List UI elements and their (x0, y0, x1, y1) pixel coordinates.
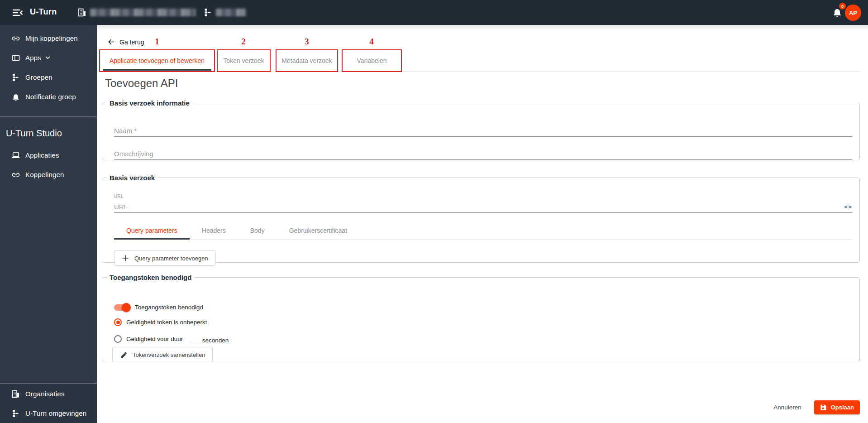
omschrijving-input[interactable] (114, 148, 852, 160)
save-button[interactable]: Opslaan (814, 400, 860, 414)
tab-metadata-verzoek[interactable]: Metadata verzoek (276, 49, 338, 72)
radio-geldigheid-voor-duur[interactable] (114, 335, 122, 343)
plus-icon (122, 255, 129, 262)
sidebar-bottom-section: Organisaties U-Turn omgevingen (0, 384, 97, 423)
tab-token-verzoek[interactable]: Token verzoek (217, 49, 271, 72)
cancel-button[interactable]: Annuleren (769, 400, 806, 414)
hierarchy-icon (203, 8, 213, 17)
annotation-number-4: 4 (369, 37, 374, 47)
request-subtabs: Query parameters Headers Body Gebruikers… (114, 222, 852, 240)
url-field-row: <> (114, 201, 852, 213)
section-basis-verzoek-informatie: Basis verzoek informatie (102, 99, 860, 160)
sidebar-item-organisaties[interactable]: Organisaties (0, 384, 97, 404)
section-toegangstoken-benodigd: Toegangstoken benodigd Toegangstoken ben… (102, 274, 860, 362)
tab-applicatie-toevoegen-of-bewerken[interactable]: Applicatie toevoegen of bewerken (99, 49, 215, 72)
add-query-parameter-button[interactable]: Query parameter toevoegen (114, 250, 216, 266)
url-input[interactable] (114, 203, 844, 211)
save-floppy-icon (820, 404, 827, 411)
token-toggle-row: Toegangstoken benodigd (114, 304, 203, 311)
sidebar-item-groepen[interactable]: Groepen (0, 67, 97, 87)
sidebar-collapse-icon[interactable] (12, 7, 24, 19)
apps-icon (11, 53, 20, 62)
sidebar-item-mijn-koppelingen[interactable]: Mijn koppelingen (0, 29, 97, 48)
app-title: U-Turn (30, 7, 57, 17)
toggle-label: Toegangstoken benodigd (135, 304, 203, 311)
link-icon (11, 34, 20, 43)
token-radio-unlimited-row: Geldigheid token is onbeperkt (114, 318, 207, 326)
toegangstoken-toggle[interactable] (114, 304, 129, 311)
code-icon[interactable]: <> (844, 203, 852, 210)
building-icon (77, 8, 87, 17)
topbar-shadow (97, 25, 868, 30)
link-icon (11, 170, 20, 179)
form-actions: Annuleren Opslaan (769, 400, 860, 414)
subtab-query-parameters[interactable]: Query parameters (114, 222, 190, 239)
url-floating-label: URL (114, 194, 124, 199)
page-title: Toevoegen API (105, 77, 178, 90)
notifications-badge: 0 (839, 3, 846, 10)
sidebar: Mijn koppelingen Apps Groepen Notificati… (0, 25, 97, 423)
section-legend: Toegangstoken benodigd (107, 274, 194, 281)
hierarchy-icon (11, 73, 20, 82)
avatar-initials: AP (849, 10, 857, 16)
hierarchy-icon (11, 409, 20, 418)
annotation-number-1: 1 (155, 37, 159, 47)
sidebar-item-apps[interactable]: Apps (0, 48, 97, 67)
sidebar-item-uturn-omgevingen[interactable]: U-Turn omgevingen (0, 404, 97, 423)
main-content: Ga terug 1 2 3 4 Applicatie toevoegen of… (97, 25, 868, 423)
laptop-icon (11, 151, 20, 160)
top-app-bar: U-Turn 0 AP (0, 0, 868, 25)
avatar[interactable]: AP (845, 5, 861, 21)
sidebar-item-applicaties[interactable]: Applicaties (0, 145, 97, 165)
redacted-environment-name (216, 9, 246, 16)
tab-variabelen[interactable]: Variabelen (342, 49, 402, 72)
duration-input[interactable] (191, 337, 202, 344)
section-legend: Basis verzoek informatie (107, 99, 192, 107)
back-label: Ga terug (119, 38, 144, 46)
token-radio-duration-row: Geldigheid voor duur seconden (114, 334, 229, 344)
arrow-left-icon (107, 38, 115, 46)
back-button[interactable]: Ga terug (107, 38, 144, 46)
bell-icon (11, 92, 20, 101)
section-legend: Basis verzoek (107, 174, 157, 182)
pencil-icon (120, 351, 127, 358)
chevron-down-icon (44, 54, 51, 61)
sidebar-item-koppelingen[interactable]: Koppelingen (0, 165, 97, 184)
compose-token-request-button[interactable]: Tokenverzoek samenstellen (112, 347, 213, 362)
naam-input[interactable] (114, 125, 852, 137)
redacted-organisation-name (90, 9, 196, 16)
duration-suffix: seconden (202, 337, 229, 344)
subtab-headers[interactable]: Headers (190, 222, 238, 239)
radio-geldigheid-onbeperkt[interactable] (114, 318, 122, 326)
studio-section-header: U-Turn Studio (0, 116, 97, 144)
annotation-number-3: 3 (305, 37, 309, 47)
sidebar-item-notificatie-groep[interactable]: Notificatie groep (0, 87, 97, 106)
duration-field: seconden (190, 334, 229, 344)
building-icon (11, 389, 20, 399)
annotation-number-2: 2 (241, 37, 246, 47)
app-window: U-Turn 0 AP Mijn koppelingen Apps Groepe… (0, 0, 868, 423)
active-tab-indicator (103, 69, 211, 71)
subtab-body[interactable]: Body (238, 222, 277, 239)
subtab-gebruikerscertificaat[interactable]: Gebruikerscertificaat (277, 222, 359, 239)
section-basis-verzoek: Basis verzoek URL <> Query parameters He… (102, 174, 860, 263)
